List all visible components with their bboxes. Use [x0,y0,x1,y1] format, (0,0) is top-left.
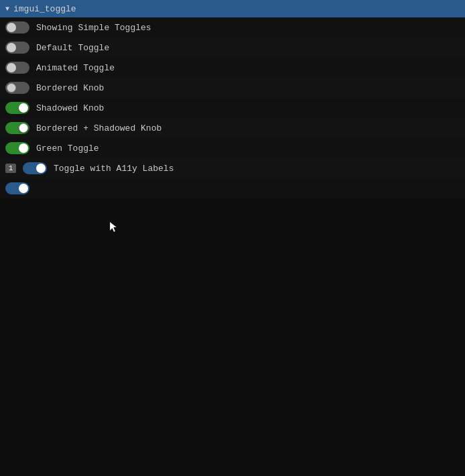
row-a11y: 1 Toggle with A11y Labels [0,158,465,178]
row-bordered: Bordered Knob [0,78,465,98]
toggle-bottom[interactable] [5,182,29,194]
badge-a11y: 1 [5,164,16,173]
toggle-default[interactable] [5,42,29,54]
row-shadowed: Shadowed Knob [0,98,465,118]
title-bar: ▼ imgui_toggle [0,0,465,17]
toggle-bordered[interactable] [5,82,29,94]
title-text: imgui_toggle [13,4,76,14]
header-toggle[interactable] [5,21,29,34]
label-animated: Animated Toggle [36,63,115,73]
toggle-a11y[interactable] [23,162,47,174]
main-content: Showing Simple Toggles Default Toggle An… [0,17,465,198]
row-animated: Animated Toggle [0,58,465,78]
row-default: Default Toggle [0,38,465,58]
toggle-bordered-shadowed[interactable] [5,122,29,134]
toggle-green[interactable] [5,142,29,154]
toggle-shadowed[interactable] [5,102,29,114]
cursor-arrow [109,221,119,236]
label-green: Green Toggle [36,143,99,154]
row-bottom [0,178,465,198]
toggle-animated[interactable] [5,62,29,74]
title-arrow: ▼ [5,5,9,13]
row-bordered-shadowed: Bordered + Shadowed Knob [0,118,465,138]
label-shadowed: Shadowed Knob [36,103,104,113]
header-row: Showing Simple Toggles [0,17,465,38]
label-bordered: Bordered Knob [36,83,104,93]
label-a11y: Toggle with A11y Labels [54,164,174,174]
label-default: Default Toggle [36,43,109,53]
header-label: Showing Simple Toggles [36,23,151,33]
row-green: Green Toggle [0,138,465,158]
label-bordered-shadowed: Bordered + Shadowed Knob [36,123,161,133]
